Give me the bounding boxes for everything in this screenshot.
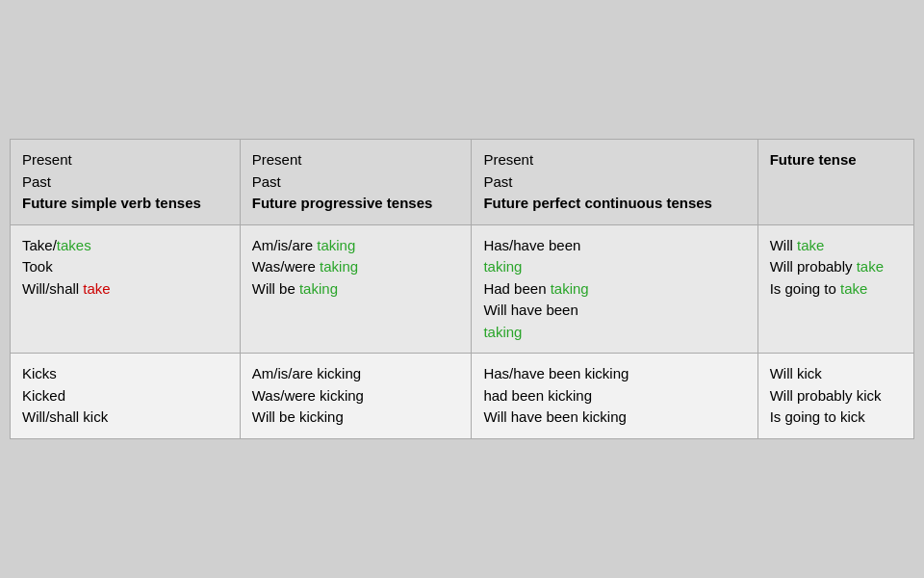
header-4-bold: Future tense bbox=[770, 151, 857, 168]
grammar-table-wrapper: PresentPastFuture simple verb tenses Pre… bbox=[10, 139, 914, 439]
header-2-bold: Future progressive tenses bbox=[252, 195, 433, 211]
text-taking-3: taking bbox=[299, 280, 338, 297]
cell-kick-simple: Kicks Kicked Will/shall kick bbox=[11, 354, 241, 439]
grammar-table: PresentPastFuture simple verb tenses Pre… bbox=[10, 139, 914, 439]
data-row-kick: Kicks Kicked Will/shall kick Am/is/are k… bbox=[11, 354, 914, 439]
text-will-have-been: Will have been bbox=[483, 302, 578, 318]
header-cell-4: Future tense bbox=[757, 140, 913, 225]
header-cell-1: PresentPastFuture simple verb tenses bbox=[11, 140, 241, 225]
text-will-shall: Will/shall bbox=[22, 280, 83, 297]
data-row-take: Take/takes Took Will/shall take Am/is/ar… bbox=[11, 224, 914, 354]
cell-kick-perfect-continuous: Has/have been kicking had been kicking W… bbox=[472, 354, 757, 439]
text-took: Took bbox=[22, 258, 53, 275]
text-takes: takes bbox=[57, 237, 91, 253]
text-taking-6: taking bbox=[483, 324, 522, 340]
header-cell-3: PresentPastFuture perfect continuous ten… bbox=[472, 140, 757, 225]
text-taking-2: taking bbox=[320, 258, 358, 275]
text-kicks: Kicks bbox=[22, 365, 57, 381]
cell-kick-progressive: Am/is/are kicking Was/were kicking Will … bbox=[240, 354, 472, 439]
cell-take-simple: Take/takes Took Will/shall take bbox=[11, 224, 241, 354]
text-will-probably: Will probably bbox=[770, 258, 857, 275]
cell-kick-future: Will kick Will probably kick Is going to… bbox=[757, 354, 913, 439]
header-cell-2: PresentPastFuture progressive tenses bbox=[240, 140, 472, 225]
text-had-been: Had been bbox=[483, 280, 550, 297]
text-taking-5: taking bbox=[551, 280, 589, 297]
header-1-bold: Future simple verb tenses bbox=[22, 195, 201, 211]
cell-take-future: Will take Will probably take Is going to… bbox=[757, 224, 913, 354]
header-row: PresentPastFuture simple verb tenses Pre… bbox=[11, 140, 914, 225]
header-1-line1: PresentPast bbox=[22, 151, 72, 190]
text-take-green-3: take bbox=[840, 280, 867, 297]
text-was-kicking: Was/were kicking bbox=[252, 387, 364, 404]
text-taking-1: taking bbox=[317, 237, 355, 253]
text-has-been-kicking: Has/have been kicking bbox=[483, 365, 629, 381]
text-am-kicking: Am/is/are kicking bbox=[252, 365, 361, 381]
text-taking-4: taking bbox=[483, 258, 522, 275]
text-take-red: take bbox=[83, 280, 110, 297]
text-will-be-kicking: Will be kicking bbox=[252, 408, 344, 425]
text-take-green-2: take bbox=[857, 258, 884, 275]
text-will-shall-kick: Will/shall kick bbox=[22, 408, 108, 425]
text-will-have-been-kicking: Will have been kicking bbox=[483, 408, 626, 425]
text-was-were: Was/were bbox=[252, 258, 320, 275]
text-will-kick: Will kick bbox=[770, 365, 822, 381]
text-take-green-1: take bbox=[797, 237, 824, 253]
cell-take-progressive: Am/is/are taking Was/were taking Will be… bbox=[240, 224, 472, 354]
text-will: Will bbox=[770, 237, 797, 253]
text-has-have-been: Has/have been bbox=[483, 237, 580, 253]
text-am-is-are: Am/is/are bbox=[252, 237, 318, 253]
text-is-going-to-kick: Is going to kick bbox=[770, 408, 865, 425]
header-2-line1: PresentPast bbox=[252, 151, 302, 190]
text-will-be: Will be bbox=[252, 280, 299, 297]
header-3-line1: PresentPast bbox=[483, 151, 533, 190]
text-had-been-kicking: had been kicking bbox=[483, 387, 592, 404]
header-3-bold: Future perfect continuous tenses bbox=[483, 195, 712, 211]
cell-take-perfect-continuous: Has/have been taking Had been taking Wil… bbox=[472, 224, 757, 354]
text-is-going-to: Is going to bbox=[770, 280, 840, 297]
text-will-probably-kick: Will probably kick bbox=[770, 387, 882, 404]
text-kicked: Kicked bbox=[22, 387, 65, 404]
text-take-slash: Take/ bbox=[22, 237, 57, 253]
